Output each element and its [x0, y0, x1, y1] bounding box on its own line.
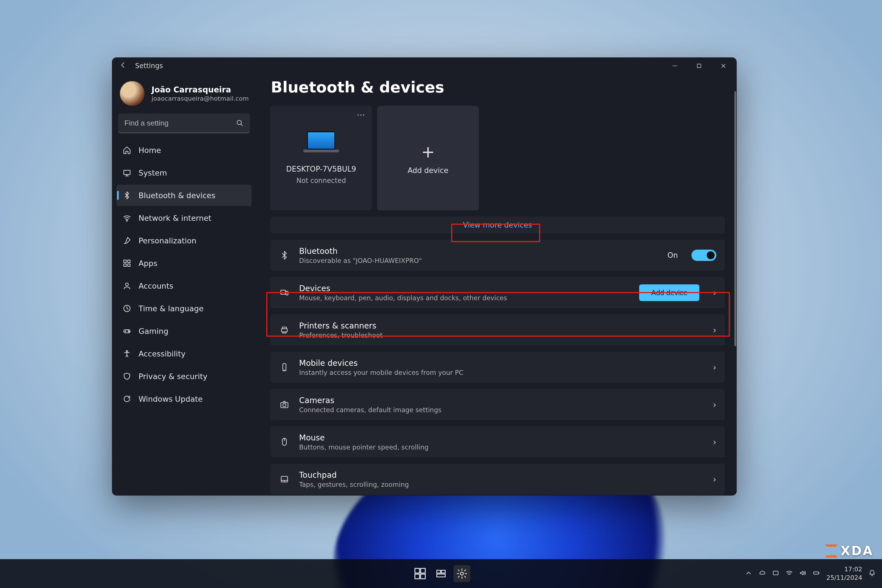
sidebar-item-gaming[interactable]: Gaming [117, 320, 252, 342]
profile-block[interactable]: João Carrasqueira joaocarrasqueira@hotma… [117, 78, 252, 113]
sidebar-item-label: Apps [138, 259, 158, 268]
wifi-icon [122, 213, 132, 223]
tray-battery-icon[interactable] [813, 569, 820, 578]
svg-rect-28 [437, 574, 445, 577]
sidebar-item-label: System [138, 168, 167, 177]
add-device-card[interactable]: ＋ Add device [377, 106, 479, 210]
svg-rect-16 [282, 329, 287, 332]
view-more-label: View more devices [463, 221, 532, 229]
person-icon [122, 281, 132, 291]
bluetooth-state-label: On [668, 251, 678, 260]
row-cameras[interactable]: Cameras Connected cameras, default image… [270, 389, 725, 420]
row-title: Mouse [299, 433, 705, 442]
camera-icon [278, 400, 291, 410]
sidebar-item-label: Home [138, 146, 161, 154]
tray-time: 17:02 [826, 565, 862, 574]
tray-datetime[interactable]: 17:02 25/11/2024 [826, 565, 862, 582]
sidebar-item-label: Personalization [138, 236, 196, 245]
sidebar-item-privacy-security[interactable]: Privacy & security [117, 366, 252, 387]
view-more-devices-link[interactable]: View more devices [270, 216, 725, 234]
plus-icon: ＋ [418, 141, 438, 161]
taskbar-taskview[interactable] [432, 565, 450, 582]
search-input[interactable] [118, 113, 250, 133]
device-card-status: Not connected [296, 177, 346, 184]
row-subtitle: Buttons, mouse pointer speed, scrolling [299, 444, 705, 451]
tray-notifications-icon[interactable] [868, 569, 876, 578]
search-icon [236, 119, 244, 128]
sidebar-item-windows-update[interactable]: Windows Update [117, 388, 252, 410]
xda-logo-icon [825, 544, 838, 558]
chevron-right-icon: › [713, 474, 716, 484]
row-subtitle: Preferences, troubleshoot [299, 332, 705, 339]
svg-rect-22 [415, 568, 420, 573]
row-touchpad[interactable]: Touchpad Taps, gestures, scrolling, zoom… [270, 464, 725, 495]
svg-rect-5 [128, 260, 130, 262]
bluetooth-toggle-row: Bluetooth Discoverable as "JOAO-HUAWEIXP… [270, 240, 725, 271]
phone-icon [278, 362, 291, 372]
accessibility-icon [122, 349, 132, 358]
sidebar-item-label: Network & internet [138, 214, 212, 222]
back-button[interactable] [119, 61, 132, 70]
row-mobile-devices[interactable]: Mobile devices Instantly access your mob… [270, 352, 725, 383]
row-title: Devices [299, 284, 631, 293]
sidebar-item-network[interactable]: Network & internet [117, 207, 252, 229]
svg-rect-24 [415, 574, 420, 579]
svg-rect-26 [437, 570, 440, 573]
tray-chevron-up-icon[interactable] [745, 569, 752, 578]
close-button[interactable] [711, 57, 736, 74]
xda-watermark: XDA [825, 544, 874, 558]
sidebar-item-apps[interactable]: Apps [117, 252, 252, 274]
sidebar-item-accessibility[interactable]: Accessibility [117, 343, 252, 364]
maximize-button[interactable] [687, 57, 711, 74]
sidebar-item-system[interactable]: System [117, 162, 252, 183]
sidebar-item-label: Gaming [138, 327, 168, 336]
titlebar: Settings [112, 57, 737, 74]
tray-onedrive-icon[interactable] [759, 569, 766, 578]
row-title: Printers & scanners [299, 321, 705, 330]
sidebar-item-time-language[interactable]: Time & language [117, 298, 252, 319]
row-subtitle: Connected cameras, default image setting… [299, 406, 705, 414]
printer-icon [278, 325, 291, 335]
svg-rect-4 [124, 260, 126, 262]
sidebar-item-label: Accessibility [138, 350, 186, 358]
device-card-this-pc[interactable]: ⋯ DESKTOP-7V5BUL9 Not connected [270, 106, 372, 210]
taskbar-settings-app[interactable] [453, 565, 470, 582]
svg-point-3 [127, 220, 128, 221]
row-subtitle: Instantly access your mobile devices fro… [299, 369, 705, 376]
add-device-button[interactable]: Add device [639, 284, 699, 301]
system-icon [122, 168, 132, 177]
shield-icon [122, 372, 132, 381]
more-icon[interactable]: ⋯ [357, 110, 366, 120]
bluetooth-title: Bluetooth [299, 246, 659, 256]
svg-point-11 [128, 330, 129, 332]
chevron-right-icon: › [713, 288, 716, 298]
row-devices[interactable]: Devices Mouse, keyboard, pen, audio, dis… [270, 277, 725, 308]
tray-wifi-icon[interactable] [786, 569, 793, 578]
touchpad-icon [278, 474, 291, 484]
sidebar-item-accounts[interactable]: Accounts [117, 275, 252, 297]
tray-graphics-icon[interactable] [772, 569, 779, 578]
settings-window: Settings João Carrasqueira joaocarrasque… [112, 57, 737, 495]
profile-email: joaocarrasqueira@hotmail.com [152, 95, 249, 102]
sidebar-item-personalization[interactable]: Personalization [117, 230, 252, 251]
start-button[interactable] [412, 565, 429, 582]
system-tray[interactable]: 17:02 25/11/2024 [745, 565, 876, 582]
bluetooth-toggle[interactable] [692, 250, 716, 261]
sidebar-item-home[interactable]: Home [117, 140, 252, 161]
row-printers-scanners[interactable]: Printers & scanners Preferences, trouble… [270, 314, 725, 345]
sidebar-item-bluetooth-devices[interactable]: Bluetooth & devices [117, 184, 252, 206]
svg-rect-7 [128, 264, 130, 267]
row-mouse[interactable]: Mouse Buttons, mouse pointer speed, scro… [270, 426, 725, 458]
row-title: Cameras [299, 396, 705, 405]
svg-rect-25 [421, 574, 426, 579]
window-title: Settings [135, 62, 163, 70]
gamepad-icon [122, 326, 132, 336]
mouse-icon [278, 437, 291, 447]
tray-volume-icon[interactable] [799, 569, 807, 578]
chevron-right-icon: › [713, 325, 716, 335]
minimize-button[interactable] [663, 57, 687, 74]
vertical-scrollbar[interactable] [734, 91, 737, 490]
paintbrush-icon [122, 236, 132, 245]
chevron-right-icon: › [713, 400, 716, 410]
profile-name: João Carrasqueira [152, 85, 249, 94]
